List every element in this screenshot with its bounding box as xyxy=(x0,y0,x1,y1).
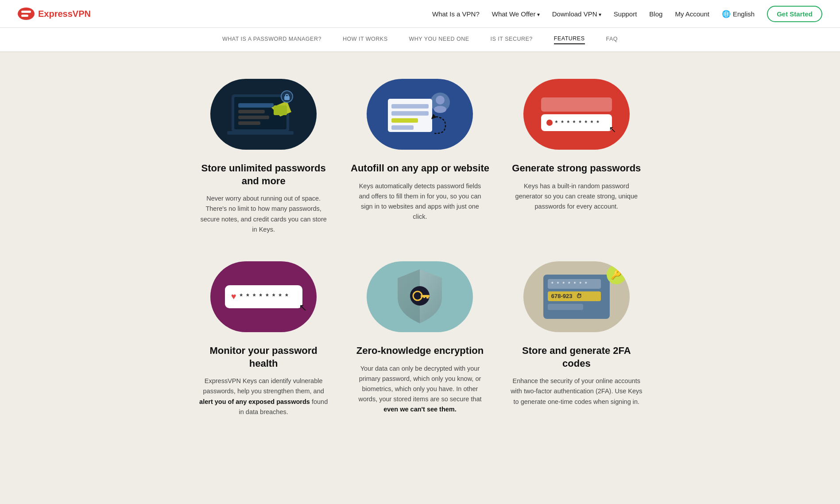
feature-desc-generate: Keys has a built-in random password gene… xyxy=(510,181,643,212)
2fa-row3 xyxy=(548,304,583,310)
illustration-2fa: * * * * * * * 678-923 ⏱ 🔑 xyxy=(523,261,630,332)
monitor-stars-text: * * * * * * * * xyxy=(240,293,289,301)
language-selector[interactable]: 🌐 English xyxy=(722,10,755,18)
svg-rect-1 xyxy=(21,11,31,13)
feature-title-autofill: Autofill on any app or website xyxy=(351,162,489,175)
expressvpn-logo-icon xyxy=(18,7,35,20)
main-content: Store unlimited passwords and more Never… xyxy=(177,52,664,453)
subnav-how-it-works[interactable]: HOW IT WORKS xyxy=(343,36,388,44)
subnav-features[interactable]: FEATURES xyxy=(554,35,585,44)
nav-what-we-offer[interactable]: What We Offer xyxy=(492,10,540,18)
svg-point-0 xyxy=(18,8,35,20)
feature-autofill: Autofill on any app or website Keys auto… xyxy=(351,79,489,235)
nav-blog[interactable]: Blog xyxy=(649,10,662,18)
illustration-store-passwords xyxy=(210,79,317,150)
monitor-box-visual: ♥ * * * * * * * * ↖ xyxy=(225,285,302,308)
svg-rect-2 xyxy=(21,15,28,17)
nav-support[interactable]: Support xyxy=(614,10,637,18)
svg-rect-7 xyxy=(238,110,265,113)
feature-desc-store: Never worry about running out of space. … xyxy=(197,194,330,235)
illustration-zero-knowledge xyxy=(367,261,473,332)
2fa-row2: 678-923 ⏱ xyxy=(548,291,601,301)
subnav-is-it-secure[interactable]: IS IT SECURE? xyxy=(491,36,533,44)
feature-title-2fa: Store and generate 2FA codes xyxy=(507,345,646,370)
illustration-monitor-health: ♥ * * * * * * * * ↖ xyxy=(210,261,317,332)
top-navigation: ExpressVPN What Is a VPN? What We Offer … xyxy=(0,0,840,28)
gen-cursor-icon: ↖ xyxy=(609,124,616,135)
feature-desc-monitor: ExpressVPN Keys can identify vulnerable … xyxy=(197,376,330,417)
subnav-faq[interactable]: FAQ xyxy=(606,36,618,44)
feature-generate-passwords: * * * * * * * * ↖ Generate strong passwo… xyxy=(507,79,646,235)
svg-rect-6 xyxy=(238,103,274,108)
monitor-cursor-icon: ↖ xyxy=(299,302,307,314)
feature-zero-knowledge: Zero-knowledge encryption Your data can … xyxy=(351,261,489,417)
feature-title-monitor: Monitor your password health xyxy=(194,345,333,370)
svg-rect-5 xyxy=(227,131,294,135)
svg-rect-11 xyxy=(274,105,287,115)
svg-rect-19 xyxy=(391,104,429,109)
svg-point-17 xyxy=(434,106,446,113)
feature-monitor-health: ♥ * * * * * * * * ↖ Monitor your passwor… xyxy=(194,261,333,417)
brand-name: ExpressVPN xyxy=(38,9,91,19)
feature-desc-zk: Your data can only be decrypted with you… xyxy=(353,364,486,415)
gen-stars-text: * * * * * * * * xyxy=(555,119,600,126)
svg-rect-21 xyxy=(391,118,418,123)
gen-input-visual xyxy=(541,97,612,112)
2fa-panel-visual: * * * * * * * 678-923 ⏱ xyxy=(543,275,610,319)
svg-rect-9 xyxy=(238,121,260,125)
gen-password-row-visual: * * * * * * * * ↖ xyxy=(541,114,612,131)
globe-icon: 🌐 xyxy=(722,10,731,18)
nav-links: What Is a VPN? What We Offer Download VP… xyxy=(432,6,822,22)
subnav-password-manager[interactable]: WHAT IS A PASSWORD MANAGER? xyxy=(222,36,321,44)
svg-rect-13 xyxy=(284,96,290,100)
svg-rect-22 xyxy=(391,125,414,130)
svg-rect-27 xyxy=(426,295,429,299)
2fa-row1: * * * * * * * xyxy=(548,279,601,289)
2fa-key-bubble: 🔑 xyxy=(607,265,626,284)
svg-rect-8 xyxy=(238,116,269,119)
nav-my-account[interactable]: My Account xyxy=(675,10,709,18)
get-started-button[interactable]: Get Started xyxy=(767,6,822,22)
illustration-generate-passwords: * * * * * * * * ↖ xyxy=(523,79,630,150)
feature-desc-2fa: Enhance the security of your online acco… xyxy=(510,376,643,407)
gen-red-dot xyxy=(546,120,553,126)
feature-store-passwords: Store unlimited passwords and more Never… xyxy=(194,79,333,235)
timer-icon: ⏱ xyxy=(576,293,582,299)
features-grid: Store unlimited passwords and more Never… xyxy=(194,79,646,417)
illustration-autofill xyxy=(367,79,473,150)
feature-desc-autofill: Keys automatically detects password fiel… xyxy=(353,181,486,222)
feature-2fa: * * * * * * * 678-923 ⏱ 🔑 Store and gene… xyxy=(507,261,646,417)
logo-area[interactable]: ExpressVPN xyxy=(18,7,91,20)
2fa-code: 678-923 xyxy=(551,293,573,299)
svg-rect-28 xyxy=(423,295,425,298)
language-label: English xyxy=(733,10,755,18)
nav-what-is-vpn[interactable]: What Is a VPN? xyxy=(432,10,480,18)
heart-icon: ♥ xyxy=(231,291,236,302)
sub-navigation: WHAT IS A PASSWORD MANAGER? HOW IT WORKS… xyxy=(0,28,840,52)
svg-point-16 xyxy=(436,96,445,105)
nav-download-vpn[interactable]: Download VPN xyxy=(552,10,601,18)
feature-title-store: Store unlimited passwords and more xyxy=(194,162,333,187)
subnav-why-you-need-one[interactable]: WHY YOU NEED ONE xyxy=(409,36,469,44)
feature-title-generate: Generate strong passwords xyxy=(512,162,641,175)
feature-title-zk: Zero-knowledge encryption xyxy=(356,345,484,357)
svg-rect-20 xyxy=(391,111,429,116)
